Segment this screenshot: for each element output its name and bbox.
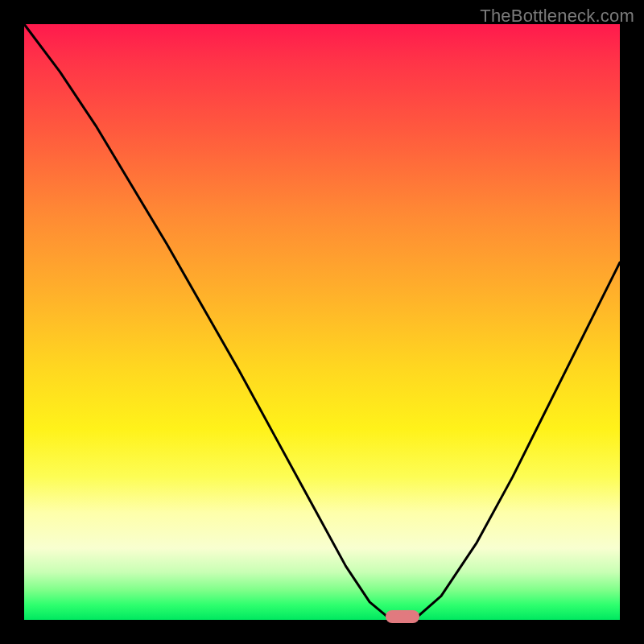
chart-plot-area — [24, 24, 620, 620]
optimum-marker — [386, 610, 419, 623]
watermark-text: TheBottleneck.com — [480, 6, 634, 27]
bottleneck-curve — [24, 24, 620, 620]
chart-frame: TheBottleneck.com — [0, 0, 644, 644]
curve-path — [24, 24, 620, 620]
